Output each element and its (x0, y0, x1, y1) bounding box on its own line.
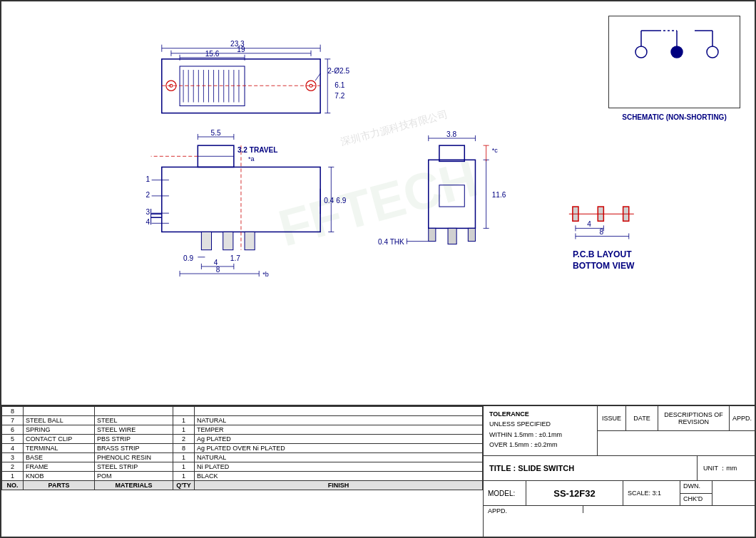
svg-rect-94 (468, 228, 475, 241)
title-block-right: TOLERANCE UNLESS SPECIFIED WITHIN 1.5mm … (484, 406, 755, 537)
title-label: TITLE : SLIDE SWITCH (484, 456, 698, 480)
descriptions-header: DESCRIPTIONS OF REVISION (658, 406, 730, 430)
svg-line-41 (315, 73, 320, 81)
dwn-label: DWN. (680, 481, 712, 494)
svg-text:1.7: 1.7 (230, 254, 240, 262)
technical-drawing-svg: 23.3 19 15.6 2-Ø2.5 6.1 7.2 (1, 1, 755, 405)
issue-header: ISSUE (598, 406, 626, 430)
svg-rect-93 (429, 228, 436, 241)
svg-text:2-Ø2.5: 2-Ø2.5 (327, 67, 349, 75)
chkd-label: CHK'D (680, 494, 712, 506)
svg-text:0.9: 0.9 (183, 254, 193, 262)
unit-label: UNIT ：mm (698, 456, 755, 480)
tolerance-line1: UNLESS SPECIFIED (489, 419, 591, 429)
svg-text:7.2: 7.2 (334, 92, 344, 100)
svg-text:3: 3 (146, 208, 150, 216)
table-row: 6 SPRING STEEL WIRE 1 TEMPER (2, 425, 483, 435)
svg-text:0.4 THK: 0.4 THK (378, 238, 404, 246)
svg-text:BOTTOM VIEW: BOTTOM VIEW (573, 261, 635, 271)
main-container: FFTECH SCHEM (0, 0, 756, 538)
svg-rect-9 (162, 59, 320, 113)
svg-text:6.9: 6.9 (336, 197, 346, 205)
table-row: 7 STEEL BALL STEEL 1 NATURAL (2, 416, 483, 425)
drawing-area: FFTECH SCHEM (1, 1, 755, 405)
svg-rect-52 (245, 232, 255, 249)
svg-text:3.8: 3.8 (446, 130, 456, 138)
svg-text:1: 1 (146, 175, 150, 183)
svg-rect-92 (439, 185, 464, 207)
title-block: 8 7 STEEL BALL STEEL 1 NATURAL 6 (1, 405, 755, 537)
table-row: 5 CONTACT CLIP PBS STRIP 2 Ag PLATED (2, 435, 483, 444)
svg-rect-91 (439, 145, 464, 161)
table-row: 2 FRAME STEEL STRIP 1 Ni PLATED (2, 462, 483, 472)
model-label: MODEL: (484, 481, 526, 505)
tolerance-section: TOLERANCE UNLESS SPECIFIED WITHIN 1.5mm … (484, 406, 598, 455)
svg-text:3.2 TRAVEL: 3.2 TRAVEL (237, 146, 277, 154)
scale-label: SCALE: 3:1 (623, 481, 680, 505)
svg-text:11.6: 11.6 (492, 191, 506, 199)
svg-text:8: 8 (600, 228, 604, 236)
tolerance-line2: WITHIN 1.5mm : ±0.1mm (489, 430, 591, 440)
table-row: 1 KNOB POM 1 BLACK (2, 472, 483, 481)
svg-text:6.1: 6.1 (334, 81, 344, 89)
table-row: 4 TERMINAL BRASS STRIP 8 Ag PLATED OVER … (2, 444, 483, 453)
svg-rect-10 (180, 66, 245, 106)
svg-rect-50 (201, 232, 211, 249)
svg-rect-51 (223, 232, 233, 249)
svg-text:15.6: 15.6 (205, 50, 220, 58)
table-header-row: NO. PARTS MATERIALS Q'TY FINISH (2, 481, 483, 490)
svg-text:4: 4 (146, 218, 150, 226)
date-header: DATE (626, 406, 658, 430)
svg-text:5.5: 5.5 (211, 129, 221, 137)
model-value: SS-12F32 (526, 481, 623, 505)
svg-text:8: 8 (216, 266, 220, 274)
table-row: 3 BASE PHENOLIC RESIN 1 NATURAL (2, 453, 483, 462)
svg-text:19: 19 (237, 46, 245, 53)
svg-rect-95 (448, 228, 456, 244)
svg-rect-90 (429, 160, 476, 228)
svg-text:2: 2 (146, 191, 150, 199)
svg-text:*c: *c (492, 147, 499, 154)
tolerance-line3: OVER 1.5mm : ±0.2mm (489, 440, 591, 450)
svg-text:0.4: 0.4 (324, 197, 334, 205)
table-row: 8 (2, 407, 483, 416)
tolerance-header: TOLERANCE (489, 409, 591, 419)
svg-text:P.C.B LAYOUT: P.C.B LAYOUT (573, 249, 632, 259)
appd-row-label: APPD. (484, 506, 583, 513)
parts-table: 8 7 STEEL BALL STEEL 1 NATURAL 6 (1, 406, 484, 537)
svg-text:4: 4 (587, 220, 591, 228)
appd-header: APPD. (730, 406, 755, 430)
svg-text:深圳市力源科技有限公司: 深圳市力源科技有限公司 (339, 108, 449, 148)
svg-text:*b: *b (262, 271, 269, 278)
svg-text:*a: *a (248, 155, 255, 162)
